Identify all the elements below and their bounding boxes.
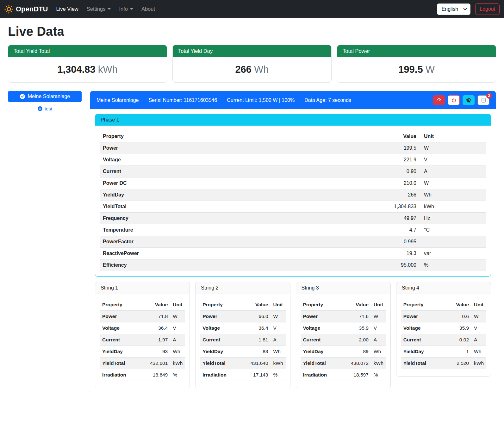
- value-cell: 2.520: [451, 358, 471, 369]
- property-cell: Current: [100, 166, 376, 178]
- sun-icon: [4, 5, 13, 14]
- property-cell: Voltage: [100, 154, 376, 166]
- card-total-power: Total Power 199.5W: [337, 45, 496, 83]
- string-body: Property Value Unit Power0.6WVoltage35.9…: [396, 294, 491, 376]
- value-cell: 93: [147, 346, 170, 358]
- string-title: String 3: [296, 282, 390, 294]
- table-row: YieldDay1Wh: [401, 346, 486, 358]
- total-yield-day-unit: Wh: [254, 64, 269, 75]
- inverter-select-button[interactable]: Meine Solaranlage: [8, 91, 82, 102]
- data-age: Data Age: 7 seconds: [304, 97, 351, 103]
- value-cell: 0.995: [376, 236, 421, 248]
- x-circle-icon: [37, 106, 43, 111]
- inverter-select-label: Meine Solaranlage: [28, 94, 70, 99]
- table-row: Irradiation18.597%: [301, 369, 386, 381]
- property-cell: ReactivePower: [100, 248, 376, 259]
- card-header: Total Power: [337, 45, 496, 57]
- value-cell: 0.02: [451, 334, 471, 346]
- value-cell: 1,304.833: [376, 201, 421, 213]
- nav-settings[interactable]: Settings: [84, 3, 114, 15]
- value-cell: 0.6: [451, 311, 471, 322]
- language-select[interactable]: English: [437, 3, 470, 15]
- unit-cell: %: [421, 259, 486, 271]
- power-settings-button[interactable]: [448, 95, 460, 105]
- table-row: YieldTotal1,304.833kWh: [100, 201, 486, 213]
- event-log-button[interactable]: 2: [477, 95, 489, 105]
- table-header-row: Property Value Unit: [100, 299, 185, 311]
- logout-button[interactable]: Logout: [475, 3, 500, 15]
- property-cell: YieldTotal: [100, 201, 376, 213]
- card-header: Total Yield Day: [173, 45, 331, 57]
- current-limit: Current Limit: 1,500 W | 100%: [227, 97, 295, 103]
- string-body: Property Value Unit Power71.8WVoltage36.…: [95, 294, 190, 388]
- inverter-name: Meine Solaranlage: [96, 97, 139, 103]
- property-cell: YieldDay: [100, 346, 147, 358]
- value-cell: 66.0: [248, 311, 270, 322]
- unit-cell: A: [170, 334, 185, 346]
- device-info-button[interactable]: [463, 95, 475, 105]
- table-row: Current0.90A: [100, 166, 486, 178]
- phase-card: Phase 1 Property Value Unit Power199.5WV…: [95, 114, 491, 277]
- limit-settings-button[interactable]: [433, 95, 445, 105]
- property-cell: Current: [200, 334, 248, 346]
- value-cell: 438.072: [348, 358, 370, 369]
- total-yield-day-value: 266: [235, 64, 252, 75]
- value-cell: 19.3: [376, 248, 421, 259]
- test-label: test: [45, 106, 52, 111]
- property-cell: Power: [100, 311, 147, 322]
- table-row: Power0.6W: [401, 311, 486, 322]
- unit-cell: kWh: [270, 358, 286, 369]
- nav-live-view[interactable]: Live View: [53, 3, 81, 15]
- nav-info[interactable]: Info: [116, 3, 136, 15]
- property-cell: Voltage: [200, 322, 248, 334]
- table-row: Voltage221.9V: [100, 154, 486, 166]
- column-header-value: Value: [451, 299, 471, 311]
- table-header-row: Property Value Unit: [301, 299, 386, 311]
- property-cell: Power: [200, 311, 248, 322]
- value-cell: 71.8: [147, 311, 170, 322]
- test-link[interactable]: test: [37, 106, 52, 111]
- card-total-yield-day: Total Yield Day 266Wh: [172, 45, 332, 83]
- property-cell: Voltage: [100, 322, 147, 334]
- unit-cell: A: [370, 334, 386, 346]
- column-header-value: Value: [248, 299, 270, 311]
- chevron-down-icon: [464, 7, 467, 10]
- unit-cell: kWh: [421, 201, 486, 213]
- phase-title: Phase 1: [95, 114, 491, 126]
- unit-cell: %: [170, 369, 185, 381]
- table-row: Voltage36.4V: [200, 322, 285, 334]
- table-header-row: Property Value Unit: [200, 299, 285, 311]
- property-cell: Irradiation: [100, 369, 147, 381]
- property-cell: Irradiation: [301, 369, 348, 381]
- table-row: YieldDay89Wh: [301, 346, 386, 358]
- column-header-property: Property: [401, 299, 451, 311]
- property-cell: Temperature: [100, 224, 376, 236]
- property-cell: Current: [301, 334, 348, 346]
- card-body: 1,304.83kWh: [8, 57, 167, 82]
- string-title: String 1: [95, 282, 190, 294]
- property-cell: Efficiency: [100, 259, 376, 271]
- column-header-value: Value: [376, 131, 421, 142]
- inverter-card-header: Meine Solaranlage Serial Number: 1161716…: [90, 91, 496, 109]
- column-header-unit: Unit: [270, 299, 286, 311]
- navbar: OpenDTU Live View Settings Info About En…: [0, 0, 504, 18]
- property-cell: Current: [100, 334, 147, 346]
- table-row: YieldTotal432.601kWh: [100, 358, 185, 369]
- column-header-unit: Unit: [370, 299, 386, 311]
- property-cell: Irradiation: [200, 369, 248, 381]
- value-cell: 71.6: [348, 311, 370, 322]
- table-row: Efficiency95.000%: [100, 259, 486, 271]
- language-value: English: [442, 6, 458, 12]
- value-cell: 83: [248, 346, 270, 358]
- nav-about[interactable]: About: [139, 3, 158, 15]
- brand[interactable]: OpenDTU: [4, 5, 48, 14]
- property-cell: Frequency: [100, 213, 376, 224]
- table-row: YieldTotal431.640kWh: [200, 358, 285, 369]
- unit-cell: V: [170, 322, 185, 334]
- property-cell: Power: [301, 311, 348, 322]
- unit-cell: A: [471, 334, 486, 346]
- content-row: Meine Solaranlage test Meine Solaranlage…: [8, 91, 496, 393]
- value-cell: 1: [451, 346, 471, 358]
- serial-number: Serial Number: 116171603546: [148, 97, 217, 103]
- strings-row: String 1 Property Value Unit: [95, 282, 491, 388]
